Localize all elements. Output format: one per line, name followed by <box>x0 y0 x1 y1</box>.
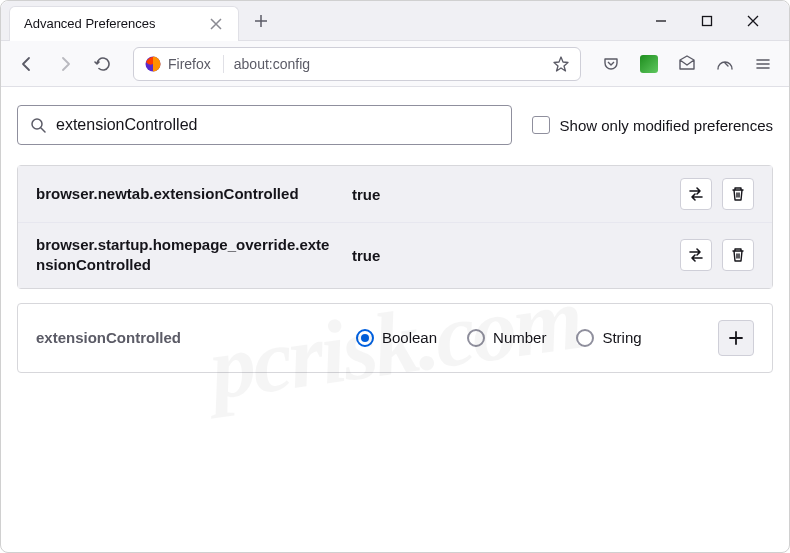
add-preference-row: extensionControlled Boolean Number Strin… <box>18 304 772 372</box>
add-preference-name: extensionControlled <box>36 329 336 346</box>
url-bar[interactable]: Firefox about:config <box>133 47 581 81</box>
preference-actions <box>680 239 754 271</box>
preference-actions <box>680 178 754 210</box>
show-modified-label: Show only modified preferences <box>560 117 773 134</box>
preference-list: browser.newtab.extensionControlled true … <box>17 165 773 289</box>
titlebar: Advanced Preferences <box>1 1 789 41</box>
extension-icon[interactable] <box>633 48 665 80</box>
url-text[interactable]: about:config <box>234 56 542 72</box>
content-area: Show only modified preferences browser.n… <box>1 87 789 552</box>
inbox-icon[interactable] <box>671 48 703 80</box>
toolbar-icons <box>595 48 779 80</box>
delete-button[interactable] <box>722 239 754 271</box>
search-input[interactable] <box>56 116 499 134</box>
radio-label: String <box>602 329 641 346</box>
menu-icon[interactable] <box>747 48 779 80</box>
add-preference-section: extensionControlled Boolean Number Strin… <box>17 303 773 373</box>
preference-name: browser.startup.homepage_override.extens… <box>36 235 336 276</box>
new-tab-button[interactable] <box>247 7 275 35</box>
add-button[interactable] <box>718 320 754 356</box>
pocket-icon[interactable] <box>595 48 627 80</box>
checkbox-icon[interactable] <box>532 116 550 134</box>
speed-icon[interactable] <box>709 48 741 80</box>
radio-label: Number <box>493 329 546 346</box>
bookmark-star-icon[interactable] <box>552 55 570 73</box>
svg-rect-0 <box>703 16 712 25</box>
reload-button[interactable] <box>87 48 119 80</box>
tab-title: Advanced Preferences <box>24 16 208 31</box>
radio-label: Boolean <box>382 329 437 346</box>
search-icon <box>30 117 46 133</box>
search-row: Show only modified preferences <box>17 105 773 145</box>
radio-icon <box>356 329 374 347</box>
identity-label: Firefox <box>168 56 211 72</box>
toggle-button[interactable] <box>680 239 712 271</box>
preference-name: browser.newtab.extensionControlled <box>36 184 336 204</box>
search-box[interactable] <box>17 105 512 145</box>
close-tab-icon[interactable] <box>208 16 224 32</box>
forward-button[interactable] <box>49 48 81 80</box>
identity-box[interactable]: Firefox <box>144 55 224 73</box>
radio-icon <box>576 329 594 347</box>
preference-row[interactable]: browser.newtab.extensionControlled true <box>18 166 772 223</box>
preference-value: true <box>352 247 664 264</box>
radio-number[interactable]: Number <box>467 329 546 347</box>
minimize-button[interactable] <box>647 7 675 35</box>
back-button[interactable] <box>11 48 43 80</box>
firefox-icon <box>144 55 162 73</box>
window-controls <box>647 7 789 35</box>
browser-window: Advanced Preferences <box>0 0 790 553</box>
radio-icon <box>467 329 485 347</box>
preference-row[interactable]: browser.startup.homepage_override.extens… <box>18 223 772 288</box>
type-radio-group: Boolean Number String <box>356 329 698 347</box>
toggle-button[interactable] <box>680 178 712 210</box>
preference-value: true <box>352 186 664 203</box>
radio-boolean[interactable]: Boolean <box>356 329 437 347</box>
delete-button[interactable] <box>722 178 754 210</box>
close-window-button[interactable] <box>739 7 767 35</box>
radio-string[interactable]: String <box>576 329 641 347</box>
navigation-toolbar: Firefox about:config <box>1 41 789 87</box>
show-modified-checkbox[interactable]: Show only modified preferences <box>532 116 773 134</box>
maximize-button[interactable] <box>693 7 721 35</box>
browser-tab[interactable]: Advanced Preferences <box>9 6 239 41</box>
